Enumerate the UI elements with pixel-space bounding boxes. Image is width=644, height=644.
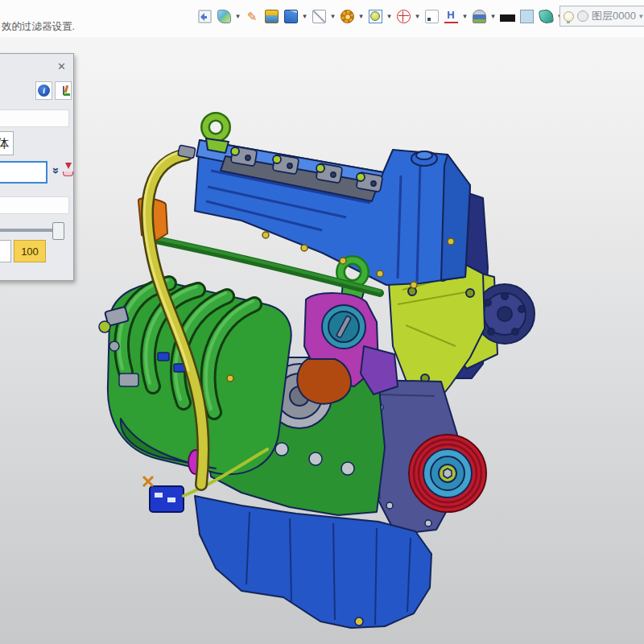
engine-model[interactable] <box>0 0 644 644</box>
material-icon[interactable] <box>537 6 555 26</box>
info-icon: i <box>38 85 50 97</box>
info-button[interactable]: i <box>35 81 52 100</box>
measure-icon-dropdown[interactable]: ▾ <box>461 12 469 20</box>
expand-chevrons-icon[interactable]: » <box>50 164 63 177</box>
filter-message: 效的过滤器设置. <box>2 20 75 34</box>
layer-visibility-bulb-icon[interactable] <box>564 11 574 22</box>
group-header-band <box>0 109 69 127</box>
layer-selector[interactable]: 图层0000 ▾ <box>559 6 644 27</box>
section-view-icon-dropdown[interactable]: ▾ <box>386 12 393 20</box>
wireframe-view-icon-dropdown[interactable]: ▾ <box>329 12 336 20</box>
orbit-view-icon-dropdown[interactable]: ▾ <box>234 12 242 20</box>
filter-dialog: ✕ i 体 » 100 <box>0 53 74 281</box>
orbit-view-icon[interactable] <box>215 6 233 26</box>
viewport[interactable] <box>0 37 644 644</box>
close-icon[interactable]: ✕ <box>57 60 66 72</box>
section-view-icon[interactable] <box>366 6 384 26</box>
exit-sketch-icon[interactable] <box>196 6 213 26</box>
black-swatch-icon[interactable] <box>498 6 516 26</box>
body-type-label: 体 <box>0 131 14 155</box>
measure-icon[interactable]: H <box>442 6 460 26</box>
render-mode-icon[interactable] <box>338 6 356 26</box>
scene-background-icon[interactable] <box>470 6 488 26</box>
target-point-icon[interactable] <box>394 6 412 26</box>
isometric-view-icon[interactable] <box>262 6 280 26</box>
value-box[interactable] <box>0 240 11 262</box>
annotation-icon <box>63 86 64 95</box>
scene-background-icon-dropdown[interactable]: ▾ <box>489 12 497 20</box>
shaded-view-icon[interactable] <box>282 6 299 26</box>
reattach-icon[interactable] <box>63 163 75 177</box>
viewport-window-icon[interactable] <box>423 6 440 26</box>
value-display[interactable]: 100 <box>14 240 46 262</box>
pencil-icon[interactable]: ✎ <box>243 6 261 26</box>
shaded-view-icon-dropdown[interactable]: ▾ <box>301 12 308 20</box>
layer-dropdown-icon[interactable]: ▾ <box>639 12 643 20</box>
filter-input[interactable] <box>0 161 47 184</box>
wireframe-view-icon[interactable] <box>310 6 328 26</box>
group-header-band <box>0 196 69 214</box>
dialog-buttons: i <box>35 81 72 100</box>
annotation-button[interactable] <box>55 81 72 100</box>
blue-swatch-icon[interactable] <box>518 6 535 26</box>
layer-color-icon[interactable] <box>577 10 588 22</box>
toolbar-icons: ▾✎▾▾▾▾▾H▾▾▾ <box>196 5 564 27</box>
target-point-icon-dropdown[interactable]: ▾ <box>414 12 421 20</box>
layer-name-label: 图层0000 <box>592 9 636 23</box>
application-window: ▾✎▾▾▾▾▾H▾▾▾ 图层0000 ▾ 效的过滤器设置. ✕ i 体 » 10… <box>0 0 644 644</box>
render-mode-icon-dropdown[interactable]: ▾ <box>357 12 365 20</box>
transparency-slider-thumb[interactable] <box>52 222 64 240</box>
top-toolbar: ▾✎▾▾▾▾▾H▾▾▾ 图层0000 ▾ <box>0 0 644 37</box>
